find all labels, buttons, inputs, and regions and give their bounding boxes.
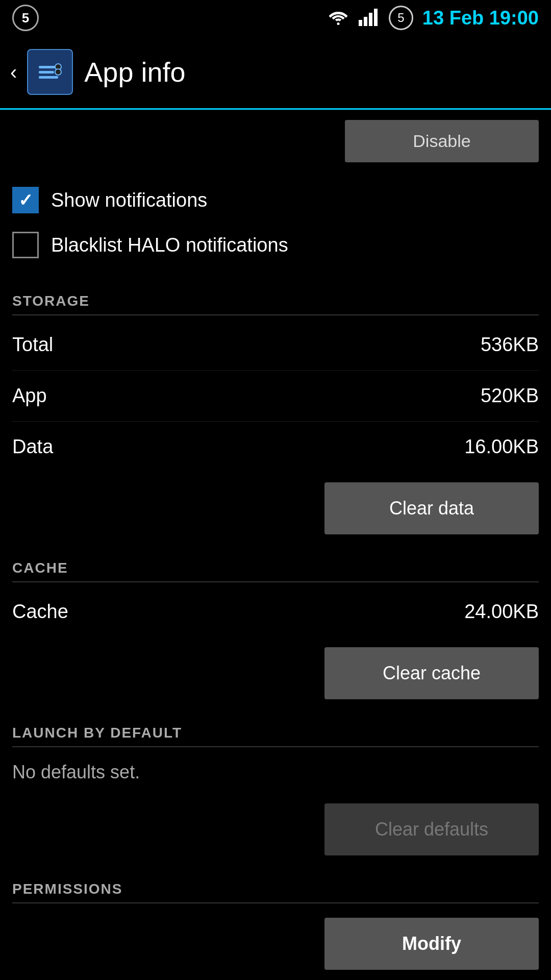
modify-btn-row: Modify bbox=[12, 908, 539, 980]
storage-divider bbox=[12, 314, 539, 315]
cache-section-header: CACHE bbox=[12, 550, 539, 586]
cache-title: CACHE bbox=[12, 560, 68, 576]
storage-data-label: Data bbox=[12, 436, 53, 458]
modify-button[interactable]: Modify bbox=[324, 918, 539, 970]
clear-cache-button[interactable]: Clear cache bbox=[324, 647, 539, 699]
svg-rect-6 bbox=[39, 71, 54, 74]
launch-section-header: LAUNCH BY DEFAULT bbox=[12, 715, 539, 751]
storage-app-row: App 520KB bbox=[12, 371, 539, 422]
svg-point-9 bbox=[55, 69, 61, 75]
svg-rect-7 bbox=[39, 76, 58, 79]
main-content: Show notifications Blacklist HALO notifi… bbox=[0, 167, 551, 980]
clear-defaults-row: Clear defaults bbox=[12, 793, 539, 871]
signal-icon bbox=[358, 8, 380, 28]
cache-value: 24.00KB bbox=[464, 601, 539, 623]
svg-rect-4 bbox=[374, 9, 378, 26]
permissions-title: PERMISSIONS bbox=[12, 881, 122, 897]
storage-app-value: 520KB bbox=[481, 385, 539, 407]
storage-total-value: 536KB bbox=[481, 334, 539, 356]
storage-data-row: Data 16.00KB bbox=[12, 422, 539, 472]
storage-total-label: Total bbox=[12, 334, 53, 356]
clear-data-button[interactable]: Clear data bbox=[324, 482, 539, 534]
svg-point-0 bbox=[337, 22, 339, 25]
blacklist-notifications-label: Blacklist HALO notifications bbox=[51, 234, 288, 256]
launch-title: LAUNCH BY DEFAULT bbox=[12, 725, 182, 741]
status-right: 5 13 Feb 19:00 bbox=[328, 6, 539, 30]
svg-rect-3 bbox=[369, 13, 372, 26]
storage-app-label: App bbox=[12, 385, 47, 407]
blacklist-notifications-row[interactable]: Blacklist HALO notifications bbox=[12, 223, 539, 267]
no-defaults-text: No defaults set. bbox=[12, 751, 539, 793]
show-notifications-checkbox[interactable] bbox=[12, 187, 39, 213]
clear-defaults-button[interactable]: Clear defaults bbox=[324, 803, 539, 855]
permissions-section-header: PERMISSIONS bbox=[12, 871, 539, 908]
storage-title: STORAGE bbox=[12, 293, 90, 309]
notification-badge: 5 bbox=[389, 6, 413, 30]
blacklist-notifications-checkbox[interactable] bbox=[12, 232, 39, 258]
app-header: ‹ App info bbox=[0, 36, 551, 110]
show-notifications-label: Show notifications bbox=[51, 189, 207, 211]
cache-row: Cache 24.00KB bbox=[12, 586, 539, 637]
storage-rows: Total 536KB App 520KB Data 16.00KB bbox=[12, 320, 539, 472]
storage-data-value: 16.00KB bbox=[464, 436, 539, 458]
storage-section-header: STORAGE bbox=[12, 283, 539, 320]
svg-rect-1 bbox=[359, 20, 362, 26]
cache-divider bbox=[12, 581, 539, 582]
notifications-section: Show notifications Blacklist HALO notifi… bbox=[12, 167, 539, 283]
show-notifications-row[interactable]: Show notifications bbox=[12, 178, 539, 223]
cache-rows: Cache 24.00KB bbox=[12, 586, 539, 637]
back-button[interactable]: ‹ bbox=[10, 61, 17, 84]
launch-divider bbox=[12, 746, 539, 747]
status-left: 5 bbox=[12, 5, 39, 31]
status-bar: 5 5 13 Feb 19:00 bbox=[0, 0, 551, 36]
clear-cache-row: Clear cache bbox=[12, 637, 539, 715]
disable-row: Disable bbox=[0, 110, 551, 167]
status-datetime: 13 Feb 19:00 bbox=[422, 7, 539, 29]
storage-total-row: Total 536KB bbox=[12, 320, 539, 371]
svg-rect-2 bbox=[364, 17, 367, 26]
status-number: 5 bbox=[12, 5, 39, 31]
wifi-icon bbox=[328, 8, 349, 28]
clear-data-row: Clear data bbox=[12, 472, 539, 550]
page-title: App info bbox=[84, 56, 185, 88]
cache-label: Cache bbox=[12, 601, 68, 623]
app-icon bbox=[27, 49, 73, 95]
permissions-divider bbox=[12, 902, 539, 903]
disable-button[interactable]: Disable bbox=[345, 120, 539, 162]
